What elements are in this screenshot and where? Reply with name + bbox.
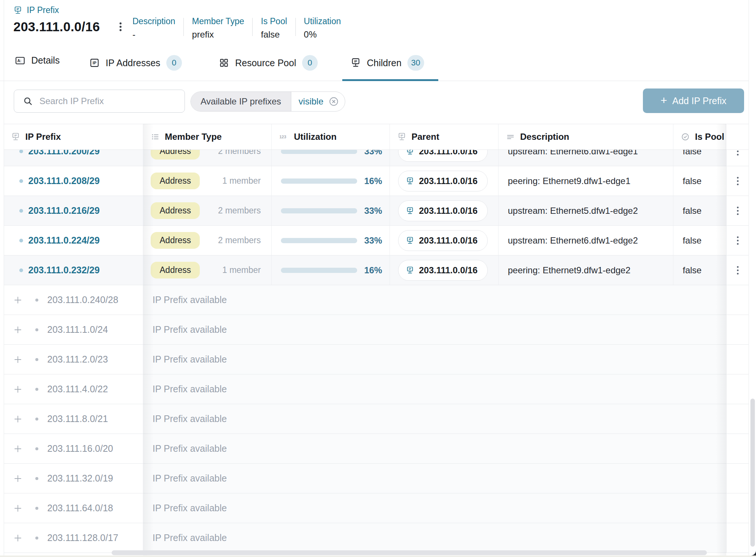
is-pool-cell: false [673,166,726,196]
add-child-prefix-button[interactable] [13,414,23,424]
add-child-prefix-button[interactable] [13,444,23,454]
title-menu-button[interactable] [116,20,125,33]
filter-chip-value[interactable]: visible [299,96,324,107]
prefix-link[interactable]: 203.111.0.208/29 [28,176,100,186]
available-label: IP Prefix available [143,345,726,374]
meta-is-pool: Is Pool false [261,16,287,40]
utilization-value: 16% [357,176,382,186]
tab-details[interactable]: A: Details [15,55,60,66]
kebab-icon [116,20,125,33]
circle-x-icon [329,96,339,107]
child-prefix-dot [19,209,23,213]
add-child-prefix-button[interactable] [13,355,23,364]
member-type-badge: Address [151,173,200,189]
ip-network-icon: IP [13,6,22,15]
prefix-link[interactable]: 203.111.0.216/29 [28,205,100,216]
search-box[interactable] [14,90,185,113]
svg-text:123: 123 [279,135,286,139]
filter-remove-button[interactable] [329,96,339,107]
row-menu-button[interactable] [733,265,742,276]
prefix-link[interactable]: 203.111.0.232/29 [28,265,100,276]
available-label: IP Prefix available [143,493,726,523]
search-input[interactable] [39,96,178,106]
plus-icon [13,325,23,335]
meta-divider [295,18,296,36]
parent-chip[interactable]: IP203.111.0.0/16 [398,260,488,281]
column-header-is-pool: Is Pool [673,124,726,149]
meta-utilization: Utilization 0% [304,16,341,40]
title-row: 203.111.0.0/16 [13,19,125,34]
available-label: IP Prefix available [143,374,726,404]
utilization-bar [281,178,357,184]
object-meta: Description - Member Type prefix Is Pool… [132,16,341,40]
table-header-row: IP IP Prefix Member Type [4,124,749,150]
add-child-prefix-button[interactable] [13,295,23,305]
child-prefix-dot [19,179,23,183]
utilization-value: 16% [357,265,382,276]
table-row: 203.111.32.0/19IP Prefix available [4,464,749,493]
ip-network-icon: IP [406,266,414,274]
available-prefix: 203.111.32.0/19 [47,473,113,484]
available-label: IP Prefix available [143,404,726,434]
available-prefix: 203.111.64.0/18 [47,503,113,513]
prefix-link[interactable]: 203.111.0.224/29 [28,235,100,246]
id-card-icon: A: [15,55,25,66]
available-prefix-dot [35,447,38,450]
child-prefix-dot [19,239,23,242]
column-header-description: Description [499,124,673,149]
member-type-badge: Address [151,232,200,249]
object-type-label: IP Prefix [27,5,59,15]
svg-text:IP: IP [409,238,411,241]
tab-count-badge: 0 [166,55,182,71]
is-pool-cell: false [673,226,726,255]
row-menu-button[interactable] [733,176,742,187]
page-title: 203.111.0.0/16 [13,19,100,34]
column-header-ip-prefix: IP IP Prefix [4,124,143,149]
available-prefix-dot [35,477,38,480]
parent-chip[interactable]: IP203.111.0.0/16 [398,230,488,251]
svg-text:IP: IP [400,134,403,137]
tab-resource-pool[interactable]: Resource Pool 0 [219,55,318,71]
tab-children[interactable]: IP Children 30 [350,55,424,71]
row-menu-button[interactable] [733,235,742,246]
numbers-123-icon: 123 [279,132,289,141]
available-prefix: 203.111.16.0/20 [47,443,113,454]
utilization-bar [281,238,357,243]
add-child-prefix-button[interactable] [13,474,23,483]
description-cell: peering: Ethernet9.dfw1-edge2 [499,255,673,285]
row-menu-button[interactable] [733,205,742,216]
available-label: IP Prefix available [143,315,726,344]
plus-icon [13,444,23,454]
vertical-scrollbar-thumb[interactable] [750,399,755,547]
column-header-member-type: Member Type [143,124,272,149]
svg-text:IP: IP [93,61,96,65]
tab-bar: A: Details IP IP Addresses 0 Reso [0,48,756,81]
table-row: 203.111.0.232/29Address1 member16%IP203.… [4,255,749,285]
utilization-bar [281,208,357,213]
is-pool-cell: false [673,255,726,285]
parent-chip[interactable]: IP203.111.0.0/16 [398,200,488,221]
table-row: 203.111.16.0/20IP Prefix available [4,434,749,464]
kebab-icon [733,176,742,187]
add-child-prefix-button[interactable] [13,325,23,335]
grid-icon [219,58,229,68]
available-prefix-dot [35,328,38,331]
add-child-prefix-button[interactable] [13,503,23,513]
active-tab-indicator [342,79,438,81]
add-child-prefix-button[interactable] [13,533,23,543]
tab-ip-addresses[interactable]: IP IP Addresses 0 [89,55,182,71]
plus-icon: + [661,95,667,106]
horizontal-scrollbar-thumb[interactable] [112,550,707,555]
parent-chip[interactable]: IP203.111.0.0/16 [398,171,488,191]
breadcrumb[interactable]: IP IP Prefix [13,5,59,15]
ip-network-icon: IP [406,236,414,245]
svg-text:A:: A: [17,58,21,63]
tab-count-badge: 0 [302,55,318,71]
filter-chip: Available IP prefixes visible [190,91,345,112]
add-ip-prefix-button[interactable]: + Add IP Prefix [643,88,744,113]
vertical-scrollbar [749,0,756,557]
table-row: 203.111.8.0/21IP Prefix available [4,404,749,434]
plus-icon [13,355,23,364]
add-child-prefix-button[interactable] [13,384,23,394]
is-pool-cell: false [673,196,726,225]
